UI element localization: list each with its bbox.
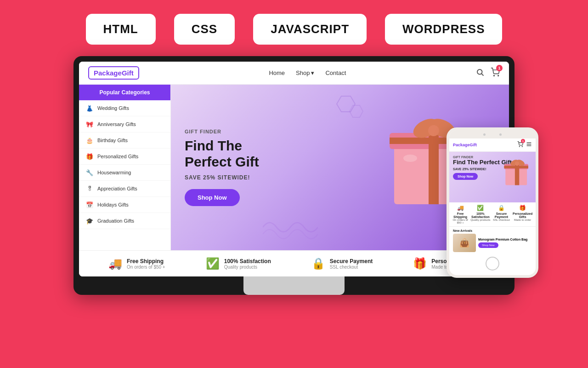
phone-mockup: PackageGift 1 GIFT FINDER Find The Perfe… [447, 127, 538, 278]
sidebar-item-housewarming[interactable]: 🔧 Housewarming [79, 165, 170, 181]
phone-shipping-sub: On orders of $50 + [452, 218, 468, 224]
site-nav: Home Shop ▾ Contact [269, 69, 346, 76]
phone-personalized-title: Personalized Gifts [511, 212, 534, 218]
phone-secure-sub: SSL checkout [493, 218, 510, 221]
phone-speaker [483, 133, 486, 136]
sidebar-label-housewarming: Housewarming [97, 170, 131, 175]
phone-menu-button[interactable] [526, 141, 532, 149]
phone-product: 👜 Monogram Premium Cotton Bag Shop Now [453, 234, 532, 252]
sidebar-title: Popular Categories [79, 85, 170, 100]
sidebar-item-birthday[interactable]: 🎂 Birthday Gifts [79, 132, 170, 149]
svg-point-13 [403, 155, 417, 162]
sidebar-item-holidays[interactable]: 📅 Holidays Gifts [79, 197, 170, 213]
svg-point-0 [477, 69, 482, 75]
phone-badge-shipping: 🚚 Free Shipping On orders of $50 + [451, 205, 469, 224]
shop-now-button[interactable]: Shop Now [185, 189, 240, 206]
satisfaction-title: 100% Satisfaction [224, 258, 271, 264]
sidebar-item-personalized[interactable]: 🎁 Personalized Gifts [79, 149, 170, 165]
logo-text1: Package [94, 69, 122, 77]
anniversary-icon: 🎀 [85, 120, 94, 128]
sidebar-item-wedding[interactable]: 👗 Wedding Gifts [79, 100, 170, 116]
svg-point-15 [522, 146, 522, 147]
search-button[interactable] [476, 68, 484, 78]
cart-button[interactable]: 1 [491, 68, 500, 79]
hero-text: GIFT FINDER Find ThePerfect Gift SAVE 25… [185, 129, 259, 206]
housewarming-icon: 🔧 [85, 168, 94, 177]
sidebar-label-holidays: Holidays Gifts [97, 202, 129, 207]
lock-icon: 🔒 [311, 257, 325, 270]
graduation-icon: 🎓 [85, 217, 94, 225]
phone-logo: PackageGift [453, 143, 477, 147]
phone-product-image: 👜 [453, 234, 476, 252]
gift-finder-label: GIFT FINDER [185, 129, 259, 134]
badge-free-shipping: 🚚 Free Shipping On orders of $50 + [108, 257, 165, 270]
search-icon [476, 68, 484, 76]
phone-badge-satisfaction: ✅ 100% Satisfaction Quality products [469, 205, 492, 224]
phone-shop-now-button[interactable]: Shop Now [453, 173, 478, 180]
phone-cart-badge: 1 [521, 139, 525, 143]
site-logo: PackageGift [88, 66, 139, 80]
phone-notch [449, 130, 536, 138]
monitor-wrap: PackageGift Home Shop ▾ Contact 1 [0, 56, 588, 295]
free-shipping-sub: On orders of $50 + [127, 264, 165, 270]
free-shipping-title: Free Shipping [127, 258, 165, 264]
phone-badge-secure: 🔒 Secure Payment SSL checkout [492, 205, 512, 224]
sidebar-label-graduation: Graduation Gifts [97, 218, 134, 224]
phone-gift-illustration [500, 154, 535, 189]
phone-secure-title: Secure Payment [492, 212, 512, 218]
phone-badges: 🚚 Free Shipping On orders of $50 + ✅ 100… [449, 202, 536, 227]
phone-home-button[interactable] [486, 257, 499, 270]
holidays-icon: 📅 [85, 201, 94, 209]
phone-truck-icon: 🚚 [451, 205, 469, 211]
phone-new-arrivals: New Arrivals 👜 Monogram Premium Cotton B… [449, 227, 536, 254]
hex-decoration [330, 94, 367, 126]
secure-payment-sub: SSL checkout [330, 264, 373, 270]
appreciation-icon: 🎖 [85, 184, 94, 193]
phone-camera [499, 133, 502, 136]
header-icons: 1 [476, 68, 500, 79]
personalized-icon: 🎁 [85, 152, 94, 161]
sidebar: Popular Categories 👗 Wedding Gifts 🎀 Ann… [79, 85, 171, 250]
phone-cart-button[interactable]: 1 [517, 141, 523, 149]
sidebar-label-birthday: Birthday Gifts [97, 138, 128, 143]
hero-title: Find ThePerfect Gift [185, 138, 259, 170]
phone-hamburger-icon [526, 141, 532, 147]
check-icon: ✅ [206, 257, 220, 270]
wave-decoration [263, 213, 318, 241]
svg-point-14 [519, 146, 520, 147]
cart-badge: 1 [496, 65, 503, 71]
badge-satisfaction: ✅ 100% Satisfaction Quality products [206, 257, 271, 270]
phone-product-shop-button[interactable]: Shop Now [478, 242, 498, 248]
phone-product-details: Monogram Premium Cotton Bag Shop Now [478, 238, 527, 248]
phone-badge-personalized: 🎁 Personalized Gifts Made to order [511, 205, 534, 224]
wedding-icon: 👗 [85, 104, 94, 112]
phone-personalized-sub: Made to order [514, 218, 531, 221]
sidebar-item-graduation[interactable]: 🎓 Graduation Gifts [79, 213, 170, 229]
phone-product-name: Monogram Premium Cotton Bag [478, 238, 527, 241]
sidebar-item-appreciation[interactable]: 🎖 Appreciation Gifts [79, 181, 170, 197]
nav-shop[interactable]: Shop ▾ [296, 69, 314, 76]
svg-line-1 [481, 74, 483, 75]
sidebar-label-personalized: Personalized Gifts [97, 154, 138, 159]
phone-satisfaction-sub: Quality products [470, 218, 490, 221]
svg-point-25 [515, 161, 519, 166]
phone-check-icon: ✅ [469, 205, 492, 211]
sidebar-item-anniversary[interactable]: 🎀 Anniversary Gifts [79, 116, 170, 132]
badge-secure-payment: 🔒 Secure Payment SSL checkout [311, 257, 373, 270]
gift-icon: 🎁 [413, 257, 427, 270]
site-header: PackageGift Home Shop ▾ Contact 1 [79, 62, 509, 85]
truck-icon: 🚚 [108, 257, 122, 270]
birthday-icon: 🎂 [85, 136, 94, 144]
sidebar-label-appreciation: Appreciation Gifts [97, 186, 137, 191]
phone-gift-icon: 🎁 [511, 205, 534, 211]
svg-marker-4 [337, 96, 355, 112]
phone-site-header: PackageGift 1 [449, 138, 536, 152]
nav-contact[interactable]: Contact [325, 69, 346, 76]
nav-home[interactable]: Home [269, 69, 285, 76]
shop-chevron-icon: ▾ [311, 69, 314, 76]
phone-lock-icon: 🔒 [492, 205, 512, 211]
svg-point-3 [498, 75, 499, 76]
wordpress-tag: WORDPRESS [385, 14, 502, 45]
css-tag: CSS [174, 14, 235, 45]
monitor-stand [243, 276, 345, 295]
